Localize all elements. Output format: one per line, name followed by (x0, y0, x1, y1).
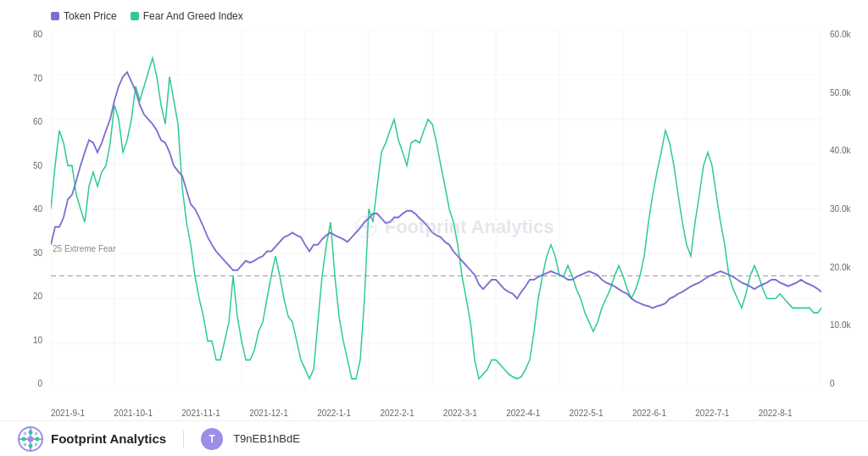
x-tick-aug22: 2022-8-1 (759, 409, 793, 418)
y-left-tick-70: 70 (33, 74, 42, 83)
legend-dot-fear-greed (131, 12, 139, 20)
y-right-tick-50k: 50.0k (830, 88, 850, 97)
svg-point-40 (35, 431, 38, 435)
y-left-tick-80: 80 (33, 30, 42, 39)
footer-avatar: T (201, 428, 223, 450)
footer: Footprint Analytics T T9nEB1hBdE (0, 420, 868, 456)
footer-avatar-letter: T (209, 433, 214, 445)
x-tick-sep21: 2021-9-1 (51, 409, 85, 418)
y-right-tick-10k: 10.0k (830, 320, 850, 330)
chart-area: 25 Extreme Fear (51, 30, 821, 388)
y-left-tick-0: 0 (37, 379, 42, 388)
extreme-fear-label: 25 Extreme Fear (53, 244, 115, 253)
y-right-tick-40k: 40.0k (830, 146, 850, 155)
legend-token-price: Token Price (51, 10, 117, 22)
footer-brand-label: Footprint Analytics (51, 431, 166, 446)
y-left-tick-20: 20 (33, 292, 42, 301)
svg-point-38 (29, 443, 33, 448)
footer-divider (183, 431, 184, 448)
y-right-tick-30k: 30.0k (830, 204, 850, 214)
y-left-tick-30: 30 (33, 248, 42, 258)
svg-point-35 (22, 437, 26, 441)
x-tick-jun22: 2022-6-1 (632, 409, 666, 418)
y-axis-left: 80 70 60 50 40 30 20 10 0 (0, 30, 47, 388)
x-tick-oct21: 2021-10-1 (114, 409, 153, 418)
y-right-tick-0: 0 (830, 379, 835, 388)
y-left-tick-60: 60 (33, 117, 42, 126)
x-axis: 2021-9-1 2021-10-1 2021-11-1 2021-12-1 2… (51, 409, 821, 418)
footer-logo-icon (17, 425, 44, 453)
svg-point-42 (35, 442, 38, 446)
y-axis-right: 60.0k 50.0k 40.0k 30.0k 20.0k 10.0k 0 (826, 30, 868, 388)
y-right-tick-20k: 20.0k (830, 263, 850, 272)
y-left-tick-50: 50 (33, 161, 42, 170)
x-tick-nov21: 2021-11-1 (181, 409, 220, 418)
x-tick-feb22: 2022-2-1 (380, 409, 414, 418)
x-tick-mar22: 2022-3-1 (443, 409, 477, 418)
y-right-tick-60k: 60.0k (830, 30, 850, 39)
x-tick-jan22: 2022-1-1 (317, 409, 351, 418)
legend-fear-greed: Fear And Greed Index (131, 10, 243, 22)
chart-container: Token Price Fear And Greed Index 80 70 6… (0, 0, 868, 456)
chart-svg (51, 30, 821, 388)
footer-user-id: T9nEB1hBdE (233, 432, 300, 445)
x-tick-dec21: 2021-12-1 (249, 409, 288, 418)
y-left-tick-10: 10 (33, 336, 42, 345)
legend-fear-greed-label: Fear And Greed Index (143, 10, 243, 22)
x-tick-jul22: 2022-7-1 (695, 409, 729, 418)
svg-point-41 (24, 442, 27, 446)
legend-token-price-label: Token Price (64, 10, 117, 22)
legend-dot-token-price (51, 12, 59, 20)
svg-point-37 (29, 430, 33, 434)
y-left-tick-40: 40 (33, 204, 42, 214)
x-tick-may22: 2022-5-1 (570, 409, 604, 418)
svg-point-36 (36, 437, 40, 441)
legend: Token Price Fear And Greed Index (51, 10, 243, 22)
x-tick-apr22: 2022-4-1 (506, 409, 540, 418)
footer-logo: Footprint Analytics (17, 425, 166, 453)
svg-point-39 (24, 431, 27, 435)
